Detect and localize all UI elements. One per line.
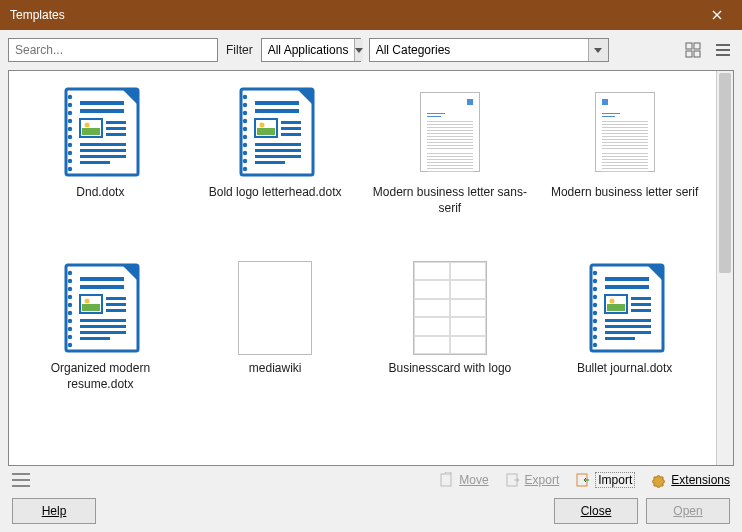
svg-point-60 — [68, 319, 72, 323]
svg-point-79 — [592, 287, 596, 291]
templates-dialog: Templates Filter All Applications All Ca… — [0, 0, 742, 532]
template-item[interactable]: Modern business letter sans-serif — [363, 85, 538, 251]
import-label: Import — [595, 472, 635, 488]
import-button[interactable]: Import — [575, 472, 635, 488]
svg-point-37 — [243, 143, 247, 147]
dropdown-button[interactable] — [588, 39, 608, 61]
svg-point-58 — [68, 303, 72, 307]
svg-rect-70 — [106, 303, 126, 306]
svg-point-45 — [260, 123, 265, 128]
svg-rect-97 — [605, 331, 651, 334]
template-thumbnail — [575, 261, 675, 355]
move-label: Move — [459, 473, 488, 487]
svg-point-54 — [68, 271, 72, 275]
svg-rect-24 — [106, 127, 126, 130]
scrollbar[interactable] — [716, 71, 733, 465]
svg-rect-18 — [80, 101, 124, 105]
template-label: Modern business letter serif — [551, 185, 698, 201]
svg-rect-94 — [631, 309, 651, 312]
svg-rect-95 — [605, 319, 651, 322]
template-item[interactable]: Businesscard with logo — [363, 261, 538, 427]
template-thumbnail — [225, 85, 325, 179]
svg-point-9 — [68, 103, 72, 107]
svg-rect-46 — [281, 121, 301, 124]
svg-point-61 — [68, 327, 72, 331]
export-button: Export — [505, 472, 560, 488]
svg-rect-98 — [605, 337, 635, 340]
svg-point-55 — [68, 279, 72, 283]
list-view-button[interactable] — [712, 39, 734, 61]
svg-rect-64 — [80, 277, 124, 281]
svg-point-40 — [243, 167, 247, 171]
close-button[interactable]: Close — [554, 498, 638, 524]
categories-dropdown[interactable]: All Categories — [369, 38, 609, 62]
puzzle-icon — [651, 472, 667, 488]
template-thumbnail — [400, 261, 500, 355]
svg-rect-47 — [281, 127, 301, 130]
svg-rect-72 — [80, 319, 126, 322]
svg-rect-41 — [255, 101, 299, 105]
thumbnail-view-button[interactable] — [682, 39, 704, 61]
window-close-button[interactable] — [702, 0, 732, 30]
svg-rect-42 — [255, 109, 299, 113]
applications-dropdown[interactable]: All Applications — [261, 38, 361, 62]
filter-label: Filter — [226, 43, 253, 57]
svg-rect-73 — [80, 325, 126, 328]
help-button[interactable]: Help — [12, 498, 96, 524]
svg-rect-27 — [80, 149, 126, 152]
toolbar: Filter All Applications All Categories — [8, 38, 734, 62]
template-item[interactable]: Modern business letter serif — [537, 85, 712, 251]
svg-point-32 — [243, 103, 247, 107]
svg-point-77 — [592, 271, 596, 275]
svg-point-62 — [68, 335, 72, 339]
template-gallery: Dnd.dotx Bold logo letterhead.dotx Moder… — [9, 71, 716, 465]
export-icon — [505, 472, 521, 488]
svg-rect-26 — [80, 143, 126, 146]
svg-rect-1 — [694, 43, 700, 49]
svg-point-56 — [68, 287, 72, 291]
svg-point-86 — [592, 343, 596, 347]
svg-point-31 — [243, 95, 247, 99]
template-item[interactable]: Bullet journal.dotx — [537, 261, 712, 427]
svg-point-36 — [243, 135, 247, 139]
search-input[interactable] — [8, 38, 218, 62]
export-label: Export — [525, 473, 560, 487]
template-label: Organized modern resume.dotx — [17, 361, 184, 392]
template-item[interactable]: mediawiki — [188, 261, 363, 427]
svg-rect-71 — [106, 309, 126, 312]
window-title: Templates — [10, 8, 702, 22]
scroll-thumb[interactable] — [719, 73, 731, 273]
svg-rect-25 — [106, 133, 126, 136]
template-item[interactable]: Dnd.dotx — [13, 85, 188, 251]
chevron-down-icon — [355, 48, 363, 53]
svg-rect-65 — [80, 285, 124, 289]
applications-selected: All Applications — [262, 41, 355, 59]
close-icon — [712, 10, 722, 20]
grid-icon — [685, 42, 701, 58]
svg-rect-2 — [686, 51, 692, 57]
svg-rect-92 — [631, 297, 651, 300]
template-thumbnail — [575, 85, 675, 179]
template-item[interactable]: Organized modern resume.dotx — [13, 261, 188, 427]
titlebar: Templates — [0, 0, 742, 30]
svg-point-10 — [68, 111, 72, 115]
extensions-button[interactable]: Extensions — [651, 472, 730, 488]
svg-point-12 — [68, 127, 72, 131]
svg-point-14 — [68, 143, 72, 147]
menu-button[interactable] — [12, 473, 30, 487]
dropdown-button[interactable] — [354, 39, 363, 61]
svg-rect-93 — [631, 303, 651, 306]
extensions-label: Extensions — [671, 473, 730, 487]
svg-point-15 — [68, 151, 72, 155]
template-item[interactable]: Bold logo letterhead.dotx — [188, 85, 363, 251]
categories-selected: All Categories — [370, 41, 588, 59]
svg-point-83 — [592, 319, 596, 323]
svg-rect-88 — [605, 285, 649, 289]
svg-rect-49 — [255, 143, 301, 146]
chevron-down-icon — [594, 48, 602, 53]
template-label: Businesscard with logo — [389, 361, 512, 377]
svg-point-82 — [592, 311, 596, 315]
svg-rect-3 — [694, 51, 700, 57]
svg-point-13 — [68, 135, 72, 139]
svg-point-63 — [68, 343, 72, 347]
